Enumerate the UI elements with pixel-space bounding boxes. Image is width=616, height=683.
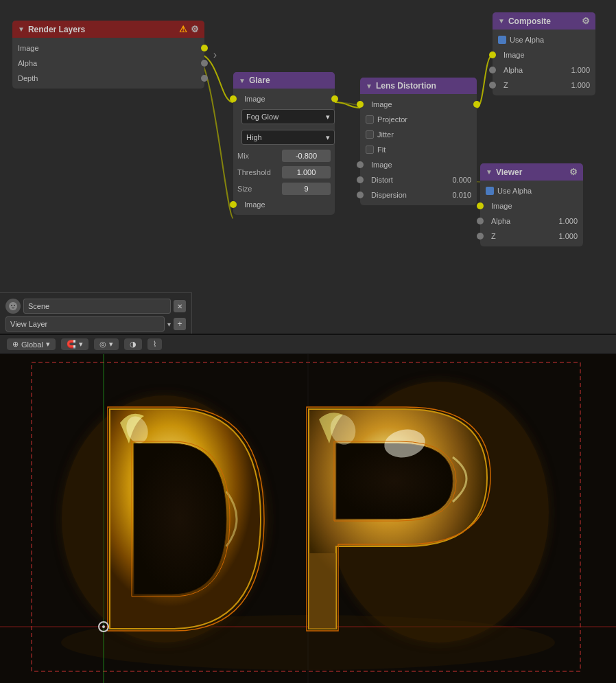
composite-z-val: 1.000 [571,81,590,89]
composite-alpha-val: 1.000 [571,66,590,74]
node-lens-distortion: ▼ Lens Distortion Image Projector Jitter [360,78,477,205]
viewer-use-alpha-checkbox[interactable] [486,187,494,195]
scene-bar: ✕ ▾ + [0,292,192,334]
composite-use-alpha-label: Use Alpha [510,36,544,44]
render-layers-title: Render Layers [28,25,85,34]
viewer-use-alpha-row: Use Alpha [480,183,583,198]
viewer-alpha-row: Alpha 1.000 [480,213,583,229]
view-layer-input[interactable] [5,316,165,332]
composite-collapse-icon[interactable]: ▼ [498,17,505,25]
glare-quality-chevron: ▾ [326,133,330,142]
composite-use-alpha-checkbox[interactable] [498,36,506,44]
glare-title: Glare [249,76,270,85]
lens-image-out-label: Image [371,161,392,169]
composite-title: Composite [508,16,551,26]
viewer-image-socket [477,202,484,209]
viewer-alpha-label: Alpha [491,217,558,225]
glare-type-dropdown[interactable]: Fog Glow ▾ [241,109,335,124]
composite-alpha-row: Alpha 1.000 [493,62,595,78]
viewport-toolbar: ⊕ Global ▾ 🧲 ▾ ◎ ▾ ◑ ⌇ [0,335,616,354]
viewer-z-label: Z [491,232,558,240]
node-render-layers: ▼ Render Layers ⚠ ⚙ Image Alpha Depth › [12,21,204,89]
snap-button[interactable]: 🧲 ▾ [61,338,88,350]
glare-collapse-icon[interactable]: ▼ [239,77,246,84]
lens-image-out-left-socket [357,161,364,168]
transform-orientation-button[interactable]: ⊕ Global ▾ [7,338,56,350]
glare-quality-row: High ▾ [233,127,335,148]
viewer-settings-icon[interactable]: ⚙ [569,167,578,177]
composite-body: Use Alpha Image Alpha 1.000 Z 1.000 [493,30,595,95]
lens-dispersion-val: 0.010 [452,191,471,199]
lens-projector-row: Projector [360,112,477,127]
glare-quality-dropdown[interactable]: High ▾ [241,130,335,145]
viewer-alpha-val: 1.000 [558,217,578,225]
view-layer-add-button[interactable]: + [174,318,186,330]
viewer-z-row: Z 1.000 [480,229,583,244]
lens-header: ▼ Lens Distortion [360,78,477,94]
node-composite: ▼ Composite ⚙ Use Alpha Image Alpha 1.00… [493,12,595,95]
rl-depth-label: Depth [18,74,38,82]
viewer-collapse-icon[interactable]: ▼ [486,168,493,176]
rl-alpha-row: Alpha [12,56,204,71]
scene-close-button[interactable]: ✕ [174,300,186,312]
scene-icon [5,299,21,314]
node-glare: ▼ Glare Image Fog Glow ▾ High ▾ [233,72,335,215]
glare-threshold-val[interactable]: 1.000 [282,166,331,178]
composite-alpha-label: Alpha [504,66,571,74]
settings-icon[interactable]: ⚙ [191,24,199,34]
lens-dispersion-label: Dispersion [371,191,452,199]
render-layers-header: ▼ Render Layers ⚠ ⚙ [12,21,204,38]
scene-name-input[interactable] [23,299,171,314]
axes-icon: ⊕ [12,340,19,349]
glare-body: Image Fog Glow ▾ High ▾ Mix -0.800 [233,89,335,215]
glare-quality-label: High [246,133,262,141]
lens-collapse-icon[interactable]: ▼ [366,82,372,90]
global-label: Global [21,340,43,349]
glare-type-row: Fog Glow ▾ [233,106,335,127]
rl-depth-row: Depth [12,71,204,86]
glare-bottom-socket [230,201,237,208]
lens-distort-row: Distort 0.000 [360,172,477,187]
glare-size-val[interactable]: 9 [282,183,331,195]
glare-image-out-socket [331,95,338,102]
composite-header: ▼ Composite ⚙ [493,12,595,30]
svg-point-1 [11,305,12,306]
lens-fit-checkbox[interactable] [366,146,374,154]
dp-viewport [0,354,616,683]
view-layer-row: ▾ + [5,315,186,333]
curve-button[interactable]: ⌇ [147,338,162,350]
lens-jitter-label: Jitter [377,130,394,139]
proportional-edit-button[interactable]: ◎ ▾ [94,338,119,350]
composite-image-socket [489,51,496,58]
rl-alpha-label: Alpha [18,59,37,67]
composite-settings-icon[interactable]: ⚙ [582,16,590,26]
lens-jitter-checkbox[interactable] [366,130,374,139]
composite-use-alpha-row: Use Alpha [493,32,595,47]
viewer-title: Viewer [496,167,522,177]
magnet-icon: 🧲 [67,340,76,349]
lens-title: Lens Distortion [376,81,436,91]
lens-image-in-label: Image [371,100,392,108]
rl-image-label: Image [18,44,39,52]
rl-image-row: Image [12,40,204,56]
overlay-icon: ◑ [130,340,137,349]
svg-point-15 [102,625,105,628]
glare-mix-val[interactable]: -0.800 [282,150,331,162]
lens-image-in-row: Image [360,97,477,112]
viewer-image-label: Image [491,202,512,210]
node-editor: ▼ Render Layers ⚠ ⚙ Image Alpha Depth › … [0,0,616,335]
glare-image-out-bottom-row: Image [233,197,335,212]
collapse-icon[interactable]: ▼ [18,25,25,33]
composite-z-label: Z [504,81,571,89]
viewer-z-socket [477,233,484,240]
node-viewer: ▼ Viewer ⚙ Use Alpha Image Alpha 1.000 [480,163,583,246]
composite-image-row: Image [493,47,595,62]
lens-fit-label: Fit [377,146,386,154]
overlay-button[interactable]: ◑ [124,338,142,350]
curve-icon: ⌇ [153,340,156,349]
lens-projector-checkbox[interactable] [366,115,374,124]
glare-threshold-label: Threshold [237,168,282,176]
composite-z-socket [489,82,496,89]
warning-icon: ⚠ [179,24,187,34]
lens-dispersion-row: Dispersion 0.010 [360,187,477,202]
